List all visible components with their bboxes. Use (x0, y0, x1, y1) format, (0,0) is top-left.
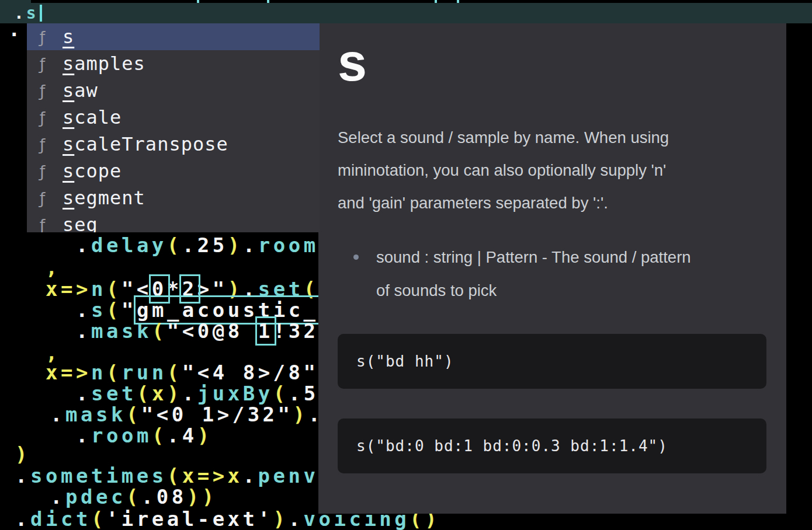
function-icon: ƒ (34, 55, 50, 73)
code-token: x=>x (182, 464, 243, 487)
function-icon: ƒ (34, 109, 50, 127)
autocomplete-item-samples[interactable]: ƒsamples (27, 50, 320, 77)
code-token: ( (126, 403, 141, 426)
code-token: ( (152, 319, 167, 343)
function-icon: ƒ (34, 135, 50, 154)
code-token: ( (106, 277, 122, 301)
code-token: ( (273, 382, 289, 405)
code-token: ( (152, 424, 167, 447)
code-token: mask (65, 403, 126, 426)
code-token: . (76, 298, 91, 322)
highlighted-token: 2 (182, 277, 197, 301)
code-line: .set(x).juxBy(.5 (76, 383, 319, 404)
code-token: "<0 1>/32" (141, 403, 293, 426)
code-token: , (46, 256, 61, 279)
code-token: .5 (289, 382, 319, 405)
code-token: run (122, 361, 167, 384)
code-token: . (50, 485, 65, 508)
code-token: s (91, 298, 106, 322)
autocomplete-item-label: saw (63, 79, 98, 102)
autocomplete-item-scaleTranspose[interactable]: ƒscaleTranspose (27, 131, 320, 158)
autocomplete-item-scope[interactable]: ƒscope (27, 158, 320, 184)
code-token: " (122, 298, 137, 322)
bullet-icon (353, 254, 359, 260)
autocomplete-item-label: samples (63, 53, 145, 75)
highlighted-token: 0 (152, 277, 167, 301)
code-token: .08 (141, 485, 187, 508)
code-token: juxBy (197, 382, 273, 405)
code-token: )) (187, 485, 217, 508)
autocomplete-item-segment[interactable]: ƒsegment (27, 184, 320, 211)
code-token: x=> (46, 361, 91, 384)
autocomplete-item-label: scope (63, 160, 122, 182)
param-description-line: of sounds to pick (376, 274, 691, 307)
code-token: . (243, 277, 258, 301)
code-token: * (167, 277, 182, 301)
code-token: . (76, 319, 91, 343)
code-token: ( (167, 361, 182, 384)
code-line: .room(.4) (76, 425, 213, 446)
autocomplete-item-label: segment (63, 187, 145, 209)
autocomplete-item-s[interactable]: ƒs (27, 23, 320, 50)
code-line: .mask("<0 1>/32"). (50, 404, 324, 425)
code-token: ( (167, 233, 182, 257)
code-line: x=>n("<0*2>").set( (46, 278, 319, 299)
code-token: n (91, 361, 106, 384)
code-token: set (91, 382, 137, 405)
code-token: . (76, 233, 91, 257)
doc-description-line: Select a sound / sample by name. When us… (338, 121, 669, 154)
param-list-item: sound : string | Pattern - The sound / p… (353, 240, 691, 307)
autocomplete-item-label: seg (63, 214, 98, 232)
code-token: ( (106, 361, 122, 384)
code-token: .4 (167, 424, 197, 447)
code-line: .pdec(.08)) (50, 486, 217, 507)
code-line: .s("gm_acoustic_ (76, 299, 319, 320)
code-token: . (50, 403, 65, 426)
code-line: ) (15, 444, 30, 465)
code-token: ( (167, 464, 182, 487)
code-token: x (152, 382, 167, 405)
code-token: delay (91, 233, 167, 257)
code-token: . (289, 507, 304, 530)
code-token: "<4 8>/8" (182, 361, 319, 384)
autocomplete-item-saw[interactable]: ƒsaw (27, 77, 320, 104)
autocomplete-info-panel: s Select a sound / sample by name. When … (318, 23, 786, 514)
autocomplete-popup: ƒsƒsamplesƒsawƒscaleƒscaleTransposeƒscop… (27, 23, 320, 232)
doc-description-line: mininotation, you can also optionally su… (338, 154, 669, 187)
function-icon: ƒ (34, 28, 50, 46)
autocomplete-item-seg[interactable]: ƒseg (27, 211, 320, 232)
doc-title: s (338, 36, 367, 89)
code-token: .25 (182, 233, 228, 257)
code-token: >" (197, 277, 228, 301)
code-line: .delay(.25).room (76, 235, 319, 256)
code-token: ) (197, 424, 213, 447)
code-token: ( (126, 485, 141, 508)
autocomplete-item-scale[interactable]: ƒscale (27, 104, 320, 131)
function-icon: ƒ (34, 82, 50, 100)
code-token: "< (122, 277, 152, 301)
code-token: . (243, 233, 258, 257)
code-token: ( (137, 382, 152, 405)
code-line: .sometimes(x=>x.penv (15, 465, 318, 486)
code-token: ) (293, 403, 308, 426)
code-token: 'ireal-ext' (106, 507, 273, 530)
code-token: . (14, 4, 26, 23)
code-token: . (182, 382, 197, 405)
code-token: pdec (65, 485, 126, 508)
strudel-live-coding-screen: ..delay(.25).room,x=>n("<0*2>").set(.s("… (0, 0, 812, 530)
code-token: !32 (273, 319, 319, 343)
doc-description-line: and 'gain' parameters separated by ':'. (338, 187, 669, 219)
active-editor-line[interactable]: .s (0, 3, 812, 23)
code-token: ) (273, 507, 289, 530)
code-token: ) (167, 382, 182, 405)
code-token: ( (106, 298, 122, 322)
code-token: n (91, 277, 106, 301)
typed-text: .s (14, 3, 39, 23)
code-token: mask (91, 319, 152, 343)
code-token: room (258, 233, 319, 257)
code-token: ) (228, 277, 243, 301)
code-token: room (91, 424, 152, 447)
highlighted-token: 1 (258, 319, 273, 343)
code-token: ) (228, 233, 243, 257)
code-token: . (15, 507, 30, 530)
